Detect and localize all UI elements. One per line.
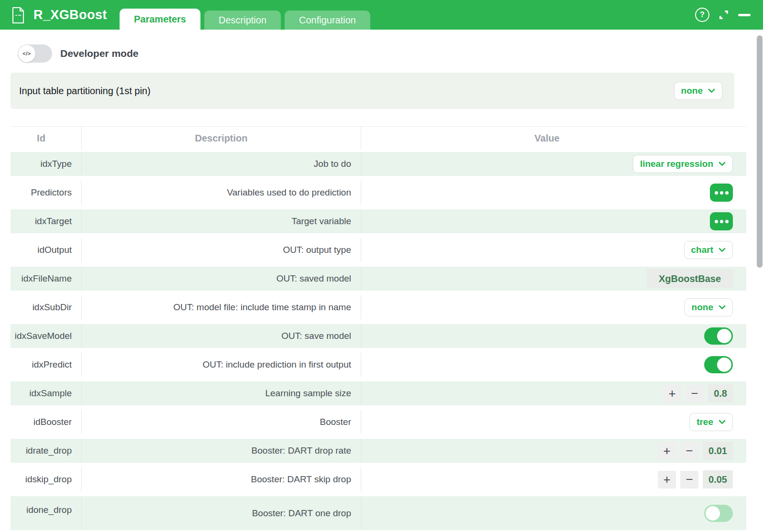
value-dropdown-text: linear regression (640, 159, 713, 169)
row-description: Booster: DART skip drop (81, 467, 361, 491)
code-icon: </> (18, 45, 35, 62)
help-icon[interactable]: ? (695, 8, 709, 22)
value-dropdown[interactable]: none (685, 298, 733, 316)
app-header: R_XGBoost Parameters Description Configu… (0, 0, 763, 30)
table-row: idone_dropBooster: DART one drop (11, 494, 746, 530)
table-row: idxFileNameOUT: saved modelXgBoostBase (11, 264, 746, 293)
row-id: idxSubDir (11, 295, 81, 319)
tab-parameters[interactable]: Parameters (120, 9, 200, 30)
parameters-table: Id Description Value idxTypeJob to dolin… (11, 126, 746, 530)
table-row: idxTargetTarget variable (11, 207, 746, 236)
row-value (361, 496, 746, 530)
row-id: idxSample (11, 381, 81, 405)
value-dropdown[interactable]: chart (684, 241, 733, 259)
stepper-value[interactable]: 0.01 (703, 442, 733, 460)
row-value (361, 324, 746, 348)
stepper-value[interactable]: 0.8 (708, 384, 733, 402)
table-row: idxSubDirOUT: model file: include time s… (11, 293, 746, 322)
row-value: chart (361, 238, 746, 262)
row-description: Booster (81, 410, 361, 434)
row-id: idone_drop (11, 496, 81, 530)
partitioning-dropdown-value: none (681, 86, 703, 96)
row-description: OUT: include prediction in first output (81, 353, 361, 377)
row-id: idxSaveModel (11, 324, 81, 348)
ellipsis-icon (715, 220, 718, 223)
chevron-down-icon (719, 248, 726, 252)
decrement-button[interactable]: − (686, 385, 704, 402)
table-row: idxTypeJob to dolinear regression (11, 150, 746, 178)
tab-description[interactable]: Description (204, 11, 281, 30)
row-id: idOutput (11, 238, 81, 262)
chevron-down-icon (719, 162, 726, 166)
table-row: idBoosterBoostertree (11, 408, 746, 436)
table-row-band: idxSaveModelOUT: save model (11, 324, 746, 348)
table-row-band: idxTargetTarget variable (11, 209, 746, 233)
toggle-knob (717, 358, 731, 372)
table-row-band: idrate_dropBooster: DART drop rate+−0.01 (11, 439, 746, 463)
number-stepper: +−0.8 (663, 384, 733, 402)
table-row-band: idskip_dropBooster: DART skip drop+−0.05 (11, 467, 746, 491)
chevron-down-icon (708, 88, 715, 93)
row-description: Booster: DART drop rate (81, 439, 361, 463)
developer-mode-toggle[interactable]: </> (18, 44, 52, 63)
table-row: idxSaveModelOUT: save model (11, 322, 746, 350)
toggle-switch[interactable] (704, 505, 733, 522)
row-value: none (361, 295, 746, 319)
window-controls: ? (695, 0, 751, 30)
table-body: idxTypeJob to dolinear regressionPredict… (11, 150, 746, 530)
chevron-down-icon (719, 305, 726, 310)
value-dropdown[interactable]: tree (689, 413, 733, 431)
table-row-band: idxFileNameOUT: saved modelXgBoostBase (11, 267, 746, 291)
row-value: XgBoostBase (361, 267, 746, 291)
row-id: idxFileName (11, 267, 81, 291)
expand-icon[interactable] (718, 9, 730, 21)
row-description: OUT: output type (81, 238, 361, 262)
table-row-band: idxPredictOUT: include prediction in fir… (11, 353, 746, 377)
ellipsis-button[interactable] (710, 212, 733, 230)
file-icon (11, 7, 25, 24)
ellipsis-button[interactable] (710, 184, 733, 202)
stepper-value[interactable]: 0.05 (703, 470, 733, 489)
table-row: idrate_dropBooster: DART drop rate+−0.01 (11, 436, 746, 465)
row-id: idBooster (11, 410, 81, 434)
row-description: Learning sample size (81, 381, 361, 405)
row-id: idskip_drop (11, 467, 81, 491)
increment-button[interactable]: + (658, 442, 676, 460)
increment-button[interactable]: + (663, 385, 681, 402)
row-id: idxTarget (11, 209, 81, 233)
row-id: idxType (11, 152, 81, 176)
vertical-scrollbar-thumb[interactable] (757, 35, 763, 268)
table-row-band: idBoosterBoostertree (11, 410, 746, 434)
tab-bar: Parameters Description Configuration (120, 9, 370, 30)
row-value (361, 353, 746, 377)
column-header-id: Id (11, 127, 81, 150)
table-row-band: idone_dropBooster: DART one drop (11, 496, 746, 530)
increment-button[interactable]: + (658, 471, 676, 489)
toggle-knob (706, 506, 720, 521)
ellipsis-icon (715, 191, 718, 195)
filename-input[interactable]: XgBoostBase (647, 269, 733, 288)
row-id: Predictors (11, 181, 81, 205)
decrement-button[interactable]: − (680, 471, 698, 489)
decrement-button[interactable]: − (680, 442, 698, 460)
developer-mode-label: Developer mode (60, 48, 138, 59)
tab-configuration[interactable]: Configuration (285, 11, 370, 30)
row-value: +−0.05 (361, 467, 746, 491)
value-dropdown[interactable]: linear regression (633, 155, 733, 173)
value-dropdown-text: none (692, 302, 713, 313)
column-header-description: Description (81, 127, 361, 150)
minimize-icon[interactable] (738, 14, 751, 16)
chevron-down-icon (719, 420, 726, 424)
input-partitioning-panel: Input table partitioning (1st pin) none (11, 73, 734, 109)
partitioning-dropdown[interactable]: none (674, 82, 722, 100)
table-row-band: idxSubDirOUT: model file: include time s… (11, 295, 746, 319)
table-header: Id Description Value (11, 127, 746, 150)
row-description: OUT: saved model (81, 267, 361, 291)
input-partitioning-label: Input table partitioning (1st pin) (19, 86, 151, 97)
row-value: linear regression (361, 152, 746, 176)
table-row: idxPredictOUT: include prediction in fir… (11, 350, 746, 379)
number-stepper: +−0.01 (658, 442, 733, 460)
table-row: idskip_dropBooster: DART skip drop+−0.05 (11, 465, 746, 494)
toggle-switch[interactable] (704, 327, 733, 345)
toggle-switch[interactable] (704, 356, 733, 373)
